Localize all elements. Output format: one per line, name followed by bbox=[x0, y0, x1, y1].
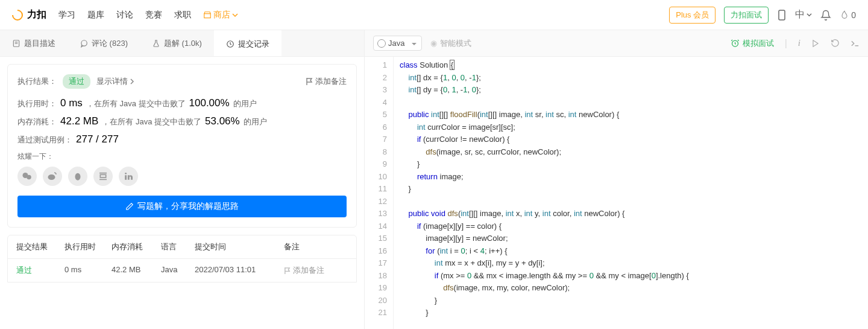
testcase-value: 277 / 277 bbox=[76, 133, 119, 145]
comment-icon bbox=[80, 39, 88, 48]
status-badge: 通过 bbox=[63, 74, 90, 89]
code-editor[interactable]: 123456789101112131415161718192021 class … bbox=[365, 57, 868, 329]
svg-rect-1 bbox=[779, 10, 785, 20]
editor-toolbar: Java ◉ 智能模式 模拟面试 | i bbox=[365, 30, 868, 57]
wechat-icon[interactable] bbox=[17, 167, 37, 186]
language-select[interactable]: Java bbox=[373, 36, 422, 51]
svg-rect-0 bbox=[204, 13, 211, 18]
row-note-link[interactable]: 添加备注 bbox=[284, 265, 348, 276]
terminal-icon[interactable] bbox=[851, 40, 860, 47]
write-solution-button[interactable]: 写题解，分享我的解题思路 bbox=[17, 196, 347, 217]
runtime-row: 执行用时： 0 ms ，在所有 Java 提交中击败了 100.00% 的用户 bbox=[17, 97, 347, 109]
top-nav: 力扣 学习 题库 讨论 竞赛 求职 商店 Plus 会员 力扣面试 中 0 bbox=[0, 0, 868, 30]
lang-switch[interactable]: 中 bbox=[795, 8, 812, 21]
result-card: 执行结果： 通过 显示详情 添加备注 执行用时： 0 ms ，在所有 Java … bbox=[7, 64, 357, 228]
fire-icon bbox=[840, 10, 849, 21]
qq-icon[interactable] bbox=[68, 167, 87, 186]
row-lang: Java bbox=[161, 265, 195, 276]
svg-point-9 bbox=[75, 173, 81, 180]
memory-pct: 53.06% bbox=[205, 115, 240, 127]
mobile-icon[interactable] bbox=[777, 9, 787, 21]
linkedin-icon[interactable] bbox=[119, 167, 138, 186]
chevron-right-icon bbox=[130, 78, 134, 85]
svg-point-14 bbox=[125, 173, 127, 174]
fire-count[interactable]: 0 bbox=[840, 10, 856, 21]
row-result: 通过 bbox=[16, 265, 64, 276]
bell-icon[interactable] bbox=[820, 10, 831, 21]
plus-button[interactable]: Plus 会员 bbox=[669, 7, 715, 24]
svg-marker-16 bbox=[813, 40, 818, 46]
flask-icon bbox=[152, 39, 160, 48]
reset-icon[interactable] bbox=[831, 39, 840, 48]
runtime-pct: 100.00% bbox=[189, 97, 230, 109]
info-icon[interactable]: i bbox=[798, 38, 800, 48]
left-panel: 题目描述 评论 (823) 题解 (1.0k) 提交记录 执行结果： 通过 显示… bbox=[0, 30, 365, 329]
submission-table: 提交结果 执行用时 内存消耗 语言 提交时间 备注 通过 0 ms 42.2 M… bbox=[7, 235, 357, 283]
runtime-value: 0 ms bbox=[60, 97, 83, 109]
left-tabs: 题目描述 评论 (823) 题解 (1.0k) 提交记录 bbox=[0, 30, 364, 57]
row-runtime: 0 ms bbox=[64, 265, 112, 276]
memory-row: 内存消耗： 42.2 MB ，在所有 Java 提交中击败了 53.06% 的用… bbox=[17, 115, 347, 127]
flag-icon bbox=[284, 267, 291, 275]
description-icon bbox=[12, 39, 20, 48]
code-content: class Solution { int[] dx = {1, 0, 0, -1… bbox=[394, 57, 689, 329]
logo-text: 力扣 bbox=[27, 8, 46, 21]
tab-submissions[interactable]: 提交记录 bbox=[214, 30, 281, 56]
interview-button[interactable]: 力扣面试 bbox=[724, 7, 769, 24]
exec-result-label: 执行结果： bbox=[17, 76, 57, 87]
nav-jobs[interactable]: 求职 bbox=[174, 10, 191, 21]
table-header: 提交结果 执行用时 内存消耗 语言 提交时间 备注 bbox=[8, 235, 356, 259]
table-row[interactable]: 通过 0 ms 42.2 MB Java 2022/07/03 11:01 添加… bbox=[8, 259, 356, 282]
nav-store[interactable]: 商店 bbox=[203, 10, 238, 21]
mock-interview-button[interactable]: 模拟面试 bbox=[731, 38, 774, 49]
weibo-icon[interactable] bbox=[43, 167, 62, 186]
show-detail-link[interactable]: 显示详情 bbox=[96, 76, 134, 87]
douban-icon[interactable] bbox=[93, 167, 113, 186]
nav-learn[interactable]: 学习 bbox=[58, 10, 75, 21]
store-icon bbox=[203, 11, 212, 19]
testcase-row: 通过测试用例： 277 / 277 bbox=[17, 133, 347, 145]
logo[interactable]: 力扣 bbox=[12, 8, 46, 21]
logo-icon bbox=[10, 7, 25, 22]
chevron-down-icon bbox=[232, 12, 238, 18]
memory-value: 42.2 MB bbox=[60, 115, 98, 127]
tab-description[interactable]: 题目描述 bbox=[0, 30, 68, 56]
right-panel: Java ◉ 智能模式 模拟面试 | i 1234567891011121314… bbox=[365, 30, 868, 329]
nav-contest[interactable]: 竞赛 bbox=[145, 10, 162, 21]
svg-point-7 bbox=[27, 175, 31, 180]
history-icon bbox=[226, 40, 234, 48]
svg-rect-11 bbox=[100, 174, 105, 177]
alarm-icon bbox=[731, 39, 740, 48]
share-label: 炫耀一下： bbox=[17, 152, 347, 162]
tab-comments[interactable]: 评论 (823) bbox=[68, 30, 140, 56]
nav-problems[interactable]: 题库 bbox=[87, 10, 104, 21]
flag-icon bbox=[306, 77, 313, 86]
tab-solutions[interactable]: 题解 (1.0k) bbox=[140, 30, 214, 56]
nav-discuss[interactable]: 讨论 bbox=[116, 10, 133, 21]
row-date: 2022/07/03 11:01 bbox=[195, 265, 284, 276]
svg-rect-13 bbox=[125, 175, 127, 180]
pencil-icon bbox=[125, 202, 134, 211]
add-note-link[interactable]: 添加备注 bbox=[306, 76, 347, 87]
line-gutter: 123456789101112131415161718192021 bbox=[365, 57, 394, 329]
smart-mode[interactable]: ◉ 智能模式 bbox=[430, 38, 471, 49]
row-memory: 42.2 MB bbox=[112, 265, 161, 276]
svg-point-8 bbox=[48, 174, 55, 180]
run-icon[interactable] bbox=[811, 39, 820, 48]
